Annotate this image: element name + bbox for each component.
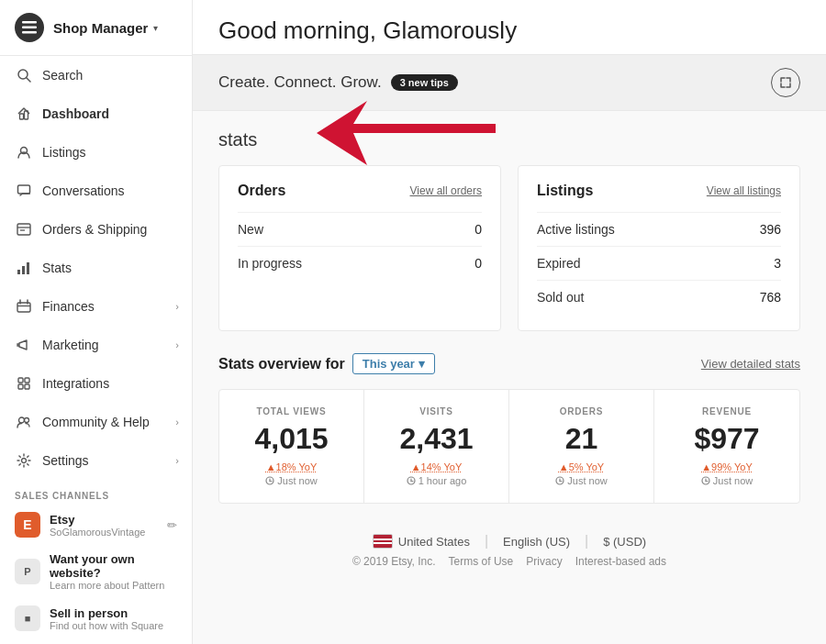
svg-rect-13 — [22, 266, 25, 274]
sidebar-label-listings: Listings — [42, 145, 85, 160]
footer-privacy[interactable]: Privacy — [526, 555, 562, 568]
page-title: Good morning, Glamorously — [218, 17, 800, 45]
listings-row: Active listings396 — [537, 212, 781, 246]
channel-item-etsy[interactable]: E Etsy SoGlamorousVintage ✏ — [0, 505, 192, 545]
stats-label-total-views: TOTAL VIEWS — [234, 406, 349, 416]
orders-row: New0 — [238, 212, 482, 246]
sidebar-item-stats[interactable]: Stats — [0, 249, 192, 287]
nav-arrow-marketing: › — [175, 339, 179, 350]
svg-rect-19 — [18, 378, 23, 383]
sidebar-nav: Search Dashboard Listings Conversations … — [0, 56, 192, 480]
stats-label-visits: VISITS — [379, 406, 494, 416]
svg-rect-5 — [20, 114, 24, 119]
sidebar-label-integrations: Integrations — [42, 376, 109, 391]
channel-edit-etsy[interactable]: ✏ — [167, 518, 177, 532]
stats-label-revenue: REVENUE — [669, 406, 785, 416]
sidebar-label-conversations: Conversations — [42, 183, 125, 198]
orders-card: Orders View all orders New0In progress0 — [218, 165, 501, 331]
listings-row-label: Active listings — [537, 222, 615, 237]
svg-rect-2 — [22, 31, 37, 34]
shop-manager-header[interactable]: Shop Manager ▾ — [0, 0, 192, 56]
svg-rect-22 — [25, 384, 29, 389]
sidebar-item-dashboard[interactable]: Dashboard — [0, 94, 192, 133]
svg-rect-0 — [22, 21, 37, 24]
svg-line-4 — [27, 78, 30, 82]
stats-period-select[interactable]: This year ▾ — [352, 353, 435, 374]
channel-item-square[interactable]: ■ Sell in person Find out how with Squar… — [0, 598, 192, 638]
flag-icon — [373, 534, 393, 549]
footer-currency[interactable]: $ (USD) — [603, 535, 646, 549]
main-header: Good morning, Glamorously — [193, 0, 826, 55]
channel-info-pattern: Want your own website? Learn more about … — [50, 552, 177, 591]
footer-locale: United States — [373, 534, 470, 549]
listings-row-value: 3 — [774, 256, 781, 271]
view-all-listings-link[interactable]: View all listings — [707, 184, 781, 197]
nav-arrow-settings: › — [175, 455, 179, 466]
listings-card-header: Listings View all listings — [537, 183, 781, 199]
svg-rect-1 — [22, 27, 37, 29]
nav-arrow-finances: › — [175, 301, 179, 312]
listings-row-value: 768 — [760, 290, 781, 305]
main-body: stats Orders View all orders New0In prog… — [193, 111, 826, 595]
listings-row: Sold out768 — [537, 280, 781, 314]
integrations-icon — [15, 374, 33, 393]
svg-rect-9 — [17, 224, 30, 235]
stats-time-total-views: Just now — [234, 475, 349, 486]
listings-row: Expired3 — [537, 246, 781, 280]
sidebar-item-settings[interactable]: Settings › — [0, 441, 192, 480]
orders-row-value: 0 — [474, 222, 482, 237]
channel-sub-etsy: SoGlamorousVintage — [50, 527, 167, 538]
svg-point-23 — [19, 417, 25, 423]
channel-item-pattern[interactable]: P Want your own website? Learn more abou… — [0, 545, 192, 598]
stats-grid: TOTAL VIEWS 4,015 ▲18% YoY Just now VISI… — [218, 389, 800, 504]
stats-cell-revenue: REVENUE $977 ▲99% YoY Just now — [654, 390, 799, 503]
listings-rows: Active listings396Expired3Sold out768 — [537, 212, 781, 314]
sidebar-item-community-help[interactable]: Community & Help › — [0, 403, 192, 441]
orders-shipping-icon — [15, 220, 33, 239]
orders-card-header: Orders View all orders — [238, 183, 482, 199]
sidebar-item-integrations[interactable]: Integrations — [0, 364, 192, 403]
sidebar-item-finances[interactable]: Finances › — [0, 287, 192, 326]
orders-row-value: 0 — [474, 256, 482, 271]
sidebar-item-marketing[interactable]: Marketing › — [0, 326, 192, 364]
sidebar-label-settings: Settings — [42, 453, 89, 468]
settings-icon — [15, 451, 33, 470]
stats-yoy-revenue: ▲99% YoY — [669, 461, 785, 472]
channel-info-square: Sell in person Find out how with Square — [50, 606, 177, 631]
svg-rect-21 — [18, 384, 23, 389]
channel-info-etsy: Etsy SoGlamorousVintage — [50, 513, 167, 538]
shop-manager-title: Shop Manager — [53, 20, 148, 36]
stats-value-orders: 21 — [524, 422, 639, 456]
search-icon — [15, 66, 33, 84]
footer-terms[interactable]: Terms of Use — [449, 555, 514, 568]
footer-copyright: © 2019 Etsy, Inc. — [352, 555, 436, 568]
channel-icon-etsy: E — [15, 512, 40, 538]
main-content: Good morning, Glamorously Create. Connec… — [193, 0, 826, 644]
shop-manager-arrow: ▾ — [153, 23, 158, 33]
conversations-icon — [15, 182, 33, 200]
sidebar-item-conversations[interactable]: Conversations — [0, 172, 192, 210]
footer-row: United States | English (US) | $ (USD) — [218, 522, 800, 555]
orders-row-label: New — [238, 222, 263, 237]
banner-text: Create. Connect. Grow. — [218, 73, 382, 92]
stats-cell-visits: VISITS 2,431 ▲14% YoY 1 hour ago — [364, 390, 509, 503]
channel-sub-pattern: Learn more about Pattern — [50, 580, 177, 591]
orders-row-label: In progress — [238, 256, 302, 271]
footer-interest-ads[interactable]: Interest-based ads — [575, 555, 666, 568]
sidebar-item-orders-shipping[interactable]: Orders & Shipping — [0, 210, 192, 249]
sidebar-item-listings[interactable]: Listings — [0, 133, 192, 172]
banner-expand-button[interactable] — [771, 68, 800, 97]
finances-icon — [15, 297, 33, 316]
footer-language[interactable]: English (US) — [503, 535, 570, 549]
community-help-icon — [15, 413, 33, 431]
view-detailed-stats-link[interactable]: View detailed stats — [701, 357, 800, 371]
sidebar-item-search[interactable]: Search — [0, 56, 192, 94]
sidebar-label-stats: Stats — [42, 261, 72, 275]
channel-icon-pattern: P — [15, 559, 40, 584]
banner: Create. Connect. Grow. 3 new tips — [193, 55, 826, 111]
view-all-orders-link[interactable]: View all orders — [410, 184, 482, 197]
svg-rect-12 — [17, 270, 20, 274]
stats-yoy-total-views: ▲18% YoY — [234, 461, 349, 472]
listings-row-label: Sold out — [537, 290, 584, 305]
footer-legal: © 2019 Etsy, Inc. Terms of Use Privacy I… — [218, 555, 800, 577]
